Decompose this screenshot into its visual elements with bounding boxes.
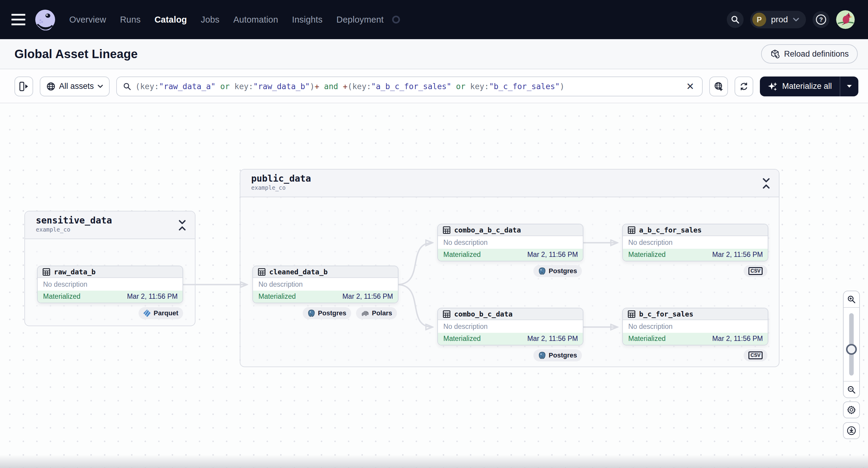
asset-node-header[interactable]: b_c_for_sales	[623, 308, 768, 320]
materialize-all-label: Materialize all	[782, 82, 832, 91]
polars-icon	[361, 310, 369, 316]
postgres-icon	[308, 309, 315, 317]
materialization-timestamp[interactable]: Mar 2, 11:56 PM	[127, 292, 178, 301]
kind-badge-label: Parquet	[154, 309, 178, 317]
nav-item-jobs[interactable]: Jobs	[201, 15, 220, 25]
refresh-button[interactable]	[735, 76, 753, 96]
graph-settings-button[interactable]	[843, 401, 860, 418]
nav-links: Overview Runs Catalog Jobs Automation In…	[69, 15, 400, 25]
nav-item-deployment[interactable]: Deployment	[336, 15, 384, 25]
search-icon	[123, 82, 131, 91]
materialization-timestamp[interactable]: Mar 2, 11:56 PM	[712, 251, 763, 259]
asset-query-input[interactable]: (key:"raw_data_a" or key:"raw_data_b")+ …	[116, 76, 703, 96]
group-location: example_co	[251, 184, 779, 191]
collapse-group-icon[interactable]	[761, 177, 772, 189]
collapse-group-icon[interactable]	[177, 219, 188, 231]
asset-status-row: Materialized Mar 2, 11:56 PM	[623, 249, 768, 261]
asset-description: No description	[623, 236, 768, 248]
avatar-bird-image	[836, 10, 855, 29]
clear-query-button[interactable]: ✕	[684, 82, 696, 91]
globe-plus-icon	[714, 82, 723, 91]
asset-node-cleaned-data-b[interactable]: cleaned_data_b No description Materializ…	[252, 266, 399, 303]
menu-icon[interactable]	[11, 14, 25, 25]
table-icon	[628, 226, 636, 234]
asset-name: combo_a_b_c_data	[454, 226, 521, 234]
zoom-out-button[interactable]	[844, 381, 859, 398]
postgres-icon	[538, 351, 546, 359]
open-left-panel-button[interactable]	[14, 76, 33, 96]
status-label: Materialized	[443, 251, 481, 259]
help-icon: ?	[815, 14, 827, 25]
asset-node-b-c-for-sales[interactable]: b_c_for_sales No description Materialize…	[622, 308, 768, 345]
nav-item-automation[interactable]: Automation	[234, 15, 278, 25]
materialization-timestamp[interactable]: Mar 2, 11:56 PM	[527, 251, 578, 259]
workspace-switcher[interactable]: P prod	[750, 11, 806, 28]
chevron-down-icon	[793, 18, 799, 22]
nav-item-runs[interactable]: Runs	[120, 15, 141, 25]
asset-node-header[interactable]: combo_b_c_data	[438, 308, 583, 320]
asset-node-raw-data-b[interactable]: raw_data_b No description Materialized M…	[37, 266, 183, 303]
kind-badge-label: Postgres	[318, 309, 346, 317]
chevron-down-icon	[98, 85, 103, 88]
group-header-public-data[interactable]: public_data example_co	[240, 169, 779, 197]
asset-status-row: Materialized Mar 2, 11:56 PM	[253, 291, 398, 303]
table-icon	[443, 226, 451, 234]
nav-item-insights[interactable]: Insights	[292, 15, 322, 25]
kind-badge-csv[interactable]: CSV	[744, 265, 767, 277]
gear-icon	[847, 405, 856, 415]
asset-node-combo-b-c-data[interactable]: combo_b_c_data No description Materializ…	[437, 308, 583, 345]
asset-node-a-b-c-for-sales[interactable]: a_b_c_for_sales No description Materiali…	[622, 224, 768, 261]
search-button[interactable]	[727, 11, 744, 28]
reload-definitions-label: Reload definitions	[784, 50, 849, 59]
kind-badge-postgres[interactable]: Postgres	[303, 307, 351, 319]
asset-description: No description	[438, 236, 583, 248]
group-header-sensitive-data[interactable]: sensitive_data example_co	[25, 211, 195, 239]
lineage-toolbar: All assets (key:"raw_data_a" or key:"raw…	[0, 70, 868, 103]
kind-badge-postgres[interactable]: Postgres	[533, 265, 582, 277]
materialize-options-button[interactable]	[840, 76, 858, 96]
top-nav: Overview Runs Catalog Jobs Automation In…	[0, 0, 868, 39]
zoom-slider-thumb[interactable]	[846, 344, 857, 355]
table-icon	[258, 268, 266, 276]
materialize-all-button[interactable]: Materialize all	[760, 76, 840, 96]
download-icon	[847, 426, 856, 435]
nav-item-overview[interactable]: Overview	[69, 15, 106, 25]
dagster-logo[interactable]	[34, 9, 56, 30]
asset-node-header[interactable]: raw_data_b	[38, 266, 183, 278]
help-button[interactable]: ?	[813, 11, 830, 28]
table-icon	[628, 310, 636, 318]
asset-name: cleaned_data_b	[269, 268, 328, 276]
asset-name: raw_data_b	[54, 268, 95, 276]
asset-scope-dropdown[interactable]: All assets	[40, 76, 110, 96]
sparkle-icon	[768, 81, 778, 92]
asset-node-header[interactable]: combo_a_b_c_data	[438, 224, 583, 236]
nav-item-catalog[interactable]: Catalog	[155, 15, 187, 25]
zoom-in-button[interactable]	[844, 291, 859, 308]
asset-node-header[interactable]: cleaned_data_b	[253, 266, 398, 278]
asset-description: No description	[253, 278, 398, 290]
parquet-icon	[143, 310, 151, 317]
user-avatar[interactable]	[836, 10, 855, 29]
new-filter-scope-button[interactable]	[709, 76, 728, 96]
kind-badge-postgres[interactable]: Postgres	[533, 349, 582, 362]
search-icon	[731, 15, 740, 24]
asset-node-header[interactable]: a_b_c_for_sales	[623, 224, 768, 236]
materialization-timestamp[interactable]: Mar 2, 11:56 PM	[527, 335, 578, 343]
download-graph-button[interactable]	[843, 422, 860, 439]
postgres-icon	[538, 267, 546, 275]
page-header: Global Asset Lineage Reload definitions	[0, 39, 868, 69]
svg-text:?: ?	[819, 16, 823, 23]
page-title: Global Asset Lineage	[14, 47, 137, 61]
asset-node-combo-a-b-c-data[interactable]: combo_a_b_c_data No description Material…	[437, 224, 583, 261]
reload-definitions-button[interactable]: Reload definitions	[761, 44, 858, 64]
kind-badges-cleaned-data-b: Postgres Polars	[303, 307, 397, 319]
materialization-timestamp[interactable]: Mar 2, 11:56 PM	[712, 335, 763, 343]
workspace-label: prod	[771, 15, 788, 24]
refresh-icon	[739, 82, 749, 91]
kind-badge-polars[interactable]: Polars	[356, 307, 397, 319]
materialization-timestamp[interactable]: Mar 2, 11:56 PM	[342, 292, 393, 301]
asset-status-row: Materialized Mar 2, 11:56 PM	[623, 333, 768, 345]
zoom-slider[interactable]	[844, 308, 859, 381]
kind-badge-csv[interactable]: CSV	[744, 349, 767, 362]
kind-badge-parquet[interactable]: Parquet	[138, 307, 183, 319]
